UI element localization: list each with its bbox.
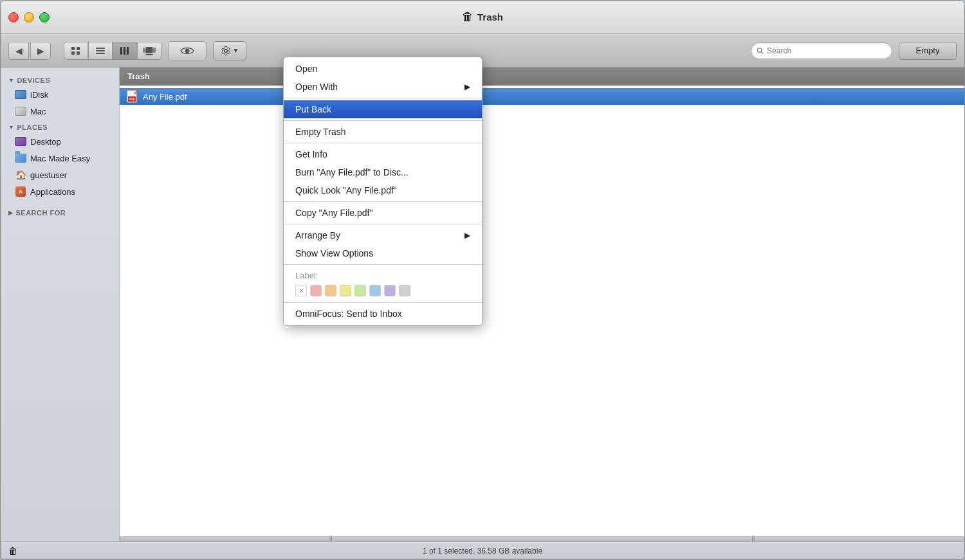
svg-rect-11 [143, 48, 146, 53]
sidebar-item-desktop-label: Desktop [30, 137, 61, 147]
back-button[interactable]: ◀ [8, 42, 29, 60]
toolbar: ◀ ▶ [1, 34, 964, 68]
svg-rect-1 [77, 47, 80, 50]
ctx-label-section: Label: [284, 267, 482, 282]
label-purple[interactable] [384, 285, 396, 296]
window-title: Trash [477, 12, 503, 23]
nav-buttons: ◀ ▶ [8, 42, 51, 60]
label-gray[interactable] [399, 285, 410, 296]
ctx-empty-trash[interactable]: Empty Trash [284, 123, 482, 141]
svg-rect-0 [71, 47, 75, 50]
search-box[interactable] [751, 42, 892, 59]
view-list-button[interactable] [88, 42, 113, 60]
ctx-quick-look[interactable]: Quick Look "Any File.pdf" [284, 181, 482, 199]
search-triangle[interactable]: ▶ [8, 210, 14, 216]
guestuser-icon: 🏠 [15, 169, 26, 181]
sidebar-item-guestuser[interactable]: 🏠 guestuser [1, 167, 119, 183]
close-button[interactable] [8, 12, 19, 23]
label-yellow[interactable] [340, 285, 351, 296]
sidebar-item-mac[interactable]: Mac [1, 103, 119, 120]
gear-button[interactable]: ▼ [213, 41, 246, 60]
label-none[interactable]: ✕ [295, 285, 307, 296]
desktop-icon [15, 136, 26, 147]
view-buttons [64, 42, 161, 60]
places-triangle[interactable]: ▼ [8, 124, 14, 131]
ctx-sep-2 [284, 120, 482, 121]
svg-rect-5 [96, 50, 105, 51]
svg-rect-3 [77, 51, 80, 55]
file-area-bottom: || || [120, 536, 964, 541]
maximize-button[interactable] [39, 12, 50, 23]
ctx-omnifocus[interactable]: OmniFocus: Send to Inbox [284, 305, 482, 323]
view-icon-button[interactable] [64, 42, 88, 60]
sidebar-item-desktop[interactable]: Desktop [1, 133, 119, 150]
open-with-arrow: ▶ [464, 82, 470, 91]
titlebar-center: 🗑 Trash [462, 10, 503, 24]
view-column-button[interactable] [113, 42, 137, 60]
ctx-arrange-by[interactable]: Arrange By ▶ [284, 226, 482, 244]
status-text: 1 of 1 selected, 36.58 GB available [423, 546, 542, 555]
ctx-burn[interactable]: Burn "Any File.pdf" to Disc... [284, 163, 482, 181]
svg-rect-13 [145, 54, 153, 55]
svg-rect-10 [146, 47, 152, 53]
svg-point-15 [757, 48, 761, 51]
label-orange[interactable] [325, 285, 336, 296]
file-area: Trash Any File.pdf || || [120, 68, 964, 541]
file-list-header: Trash [120, 68, 964, 86]
eye-button[interactable] [168, 41, 207, 60]
svg-rect-2 [71, 51, 75, 55]
ctx-open[interactable]: Open [284, 60, 482, 78]
ctx-get-info[interactable]: Get Info [284, 145, 482, 163]
main-area: ▼ DEVICES iDisk Mac ▼ PLACES [1, 68, 964, 541]
idisk-icon [15, 89, 26, 100]
applications-icon: A [15, 186, 26, 197]
pdf-file-icon [126, 90, 138, 103]
sidebar-item-idisk[interactable]: iDisk [1, 86, 119, 103]
label-blue[interactable] [369, 285, 381, 296]
mac-made-easy-icon [15, 152, 26, 164]
sidebar-item-idisk-label: iDisk [30, 90, 48, 100]
traffic-lights [8, 12, 50, 23]
devices-section-header: ▼ DEVICES [1, 73, 119, 86]
view-coverflow-button[interactable] [137, 42, 161, 60]
sidebar-item-applications[interactable]: A Applications [1, 183, 119, 200]
forward-button[interactable]: ▶ [30, 42, 51, 60]
svg-rect-7 [120, 47, 122, 55]
ctx-label-dots: ✕ [284, 282, 482, 300]
status-bar: 🗑 1 of 1 selected, 36.58 GB available [1, 541, 964, 559]
label-red[interactable] [310, 285, 322, 296]
svg-rect-4 [96, 48, 105, 49]
trash-title-icon: 🗑 [462, 10, 473, 24]
ctx-open-with[interactable]: Open With ▶ [284, 78, 482, 96]
label-green[interactable] [354, 285, 366, 296]
search-section-header: ▶ SEARCH FOR [1, 205, 119, 219]
ctx-sep-5 [284, 224, 482, 224]
finder-window: 🗑 Trash ◀ ▶ [0, 0, 965, 560]
ctx-label-text: Label: [295, 271, 318, 280]
ctx-show-view-options[interactable]: Show View Options [284, 244, 482, 262]
devices-triangle[interactable]: ▼ [8, 77, 14, 84]
search-input[interactable] [767, 46, 887, 55]
sidebar-item-mac-made-easy-label: Mac Made Easy [30, 154, 90, 163]
minimize-button[interactable] [24, 12, 34, 23]
sidebar-item-guestuser-label: guestuser [30, 170, 67, 180]
svg-rect-12 [152, 48, 156, 53]
empty-trash-button[interactable]: Empty [899, 42, 957, 60]
svg-point-14 [185, 48, 190, 53]
context-menu: Open Open With ▶ Put Back Empty Trash Ge… [283, 57, 482, 326]
resize-handle-left[interactable]: || [329, 536, 333, 541]
sidebar: ▼ DEVICES iDisk Mac ▼ PLACES [1, 68, 120, 541]
svg-rect-9 [127, 47, 129, 55]
ctx-sep-4 [284, 201, 482, 202]
svg-rect-6 [96, 53, 105, 54]
sidebar-item-mac-made-easy[interactable]: Mac Made Easy [1, 150, 119, 167]
ctx-sep-1 [284, 98, 482, 98]
trash-status-icon: 🗑 [8, 546, 17, 556]
file-item-any-file-pdf[interactable]: Any File.pdf [120, 88, 964, 105]
sidebar-item-applications-label: Applications [30, 187, 75, 197]
ctx-put-back[interactable]: Put Back [284, 100, 482, 118]
file-list: Any File.pdf [120, 86, 964, 536]
ctx-copy[interactable]: Copy "Any File.pdf" [284, 204, 482, 222]
file-item-name: Any File.pdf [143, 92, 187, 102]
resize-handle-right[interactable]: || [751, 536, 755, 541]
